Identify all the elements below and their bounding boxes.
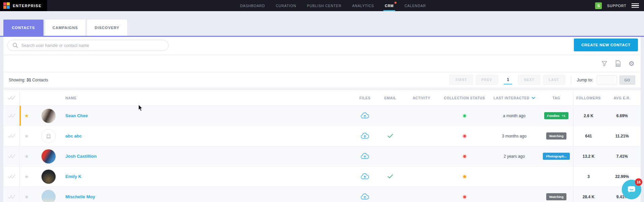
tag-badge[interactable]: Watching (546, 193, 566, 200)
showing-count-value: 31 (27, 78, 31, 82)
double-check-icon (7, 113, 16, 119)
collection-status-cell[interactable] (440, 135, 489, 137)
table-row[interactable]: ★ abc abc 3 months ago Watching (3, 126, 641, 146)
column-header-files[interactable]: FILES (352, 96, 378, 100)
pagination-last-button[interactable]: LAST (543, 75, 565, 85)
jump-go-button[interactable]: GO (619, 75, 635, 85)
table-row[interactable]: ★ Emily K 3 22.99% (3, 167, 641, 187)
pagination-first-button[interactable]: FIRST (449, 75, 473, 85)
column-header-collection-status[interactable]: COLLECTION STATUS (440, 96, 489, 100)
select-all-checkbox[interactable] (3, 90, 20, 105)
column-header-avg-er[interactable]: AVG E.R. (604, 96, 641, 100)
pagination-current-page[interactable]: 1 (504, 75, 512, 84)
avatar[interactable] (41, 149, 56, 163)
favorite-star-icon[interactable]: ★ (24, 194, 29, 200)
avatar[interactable] (41, 170, 56, 184)
contacts-panel: CREATE NEW CONTACT csv ⚙ Showing: 31 Con… (3, 37, 641, 202)
contact-name-link[interactable]: abc abc (63, 133, 352, 138)
brand-logo-block[interactable]: ENTERPRISE (0, 0, 47, 11)
collection-status-cell[interactable] (440, 115, 489, 117)
column-header-followers[interactable]: FOLLOWERS (573, 90, 604, 105)
avg-er-value: 6.69% (604, 113, 641, 118)
tag-cell[interactable]: Watching (539, 132, 573, 140)
row-select-checkbox[interactable] (3, 187, 20, 202)
favorite-star-icon[interactable]: ★ (24, 133, 29, 139)
filter-icon[interactable] (601, 60, 608, 67)
nav-right-section: S SUPPORT (595, 0, 644, 11)
pagination-next-button[interactable]: NEXT (518, 75, 540, 85)
support-link[interactable]: SUPPORT (607, 4, 626, 8)
tag-badge[interactable]: Foodies+1 (544, 112, 568, 119)
nav-item-analytics[interactable]: ANALYTICS (347, 0, 380, 11)
last-interacted-value: 3 months ago (489, 134, 539, 138)
files-cell[interactable] (352, 193, 378, 200)
contact-name-link[interactable]: Mischelle Moy (63, 194, 352, 199)
favorite-star-icon[interactable]: ★ (24, 174, 29, 180)
column-header-name[interactable]: NAME (63, 96, 352, 100)
jump-to-input[interactable] (597, 75, 617, 84)
row-select-checkbox[interactable] (3, 167, 20, 186)
files-cell[interactable] (352, 153, 378, 160)
collection-status-cell[interactable] (440, 175, 489, 178)
column-header-activity[interactable]: ACTIVITY (403, 96, 440, 100)
chat-unread-badge: 16 (635, 178, 642, 186)
tag-cell[interactable]: Photograph... (539, 153, 573, 160)
nav-item-dashboard[interactable]: DASHBOARD (235, 0, 270, 11)
table-row[interactable]: ★ Mischelle Moy Watching 28.4 K 9.41% (3, 187, 641, 202)
contact-name-link[interactable]: Sean Chee (63, 113, 352, 118)
column-header-email[interactable]: EMAIL (378, 96, 403, 100)
favorite-star-icon[interactable]: ★ (24, 113, 29, 119)
export-csv-icon[interactable]: csv (615, 60, 621, 67)
files-cell[interactable] (352, 112, 378, 119)
pagination-divider (571, 76, 571, 84)
table-row[interactable]: ★ Josh Castillion 2 years ago Photograph… (3, 146, 641, 167)
favorite-star-icon[interactable]: ★ (24, 153, 29, 159)
avatar-ghost[interactable] (41, 129, 56, 143)
tag-badge[interactable]: Photograph... (543, 153, 569, 160)
column-header-last-interacted[interactable]: LAST INTERACTED (489, 96, 539, 100)
files-cell[interactable] (352, 132, 378, 140)
cloud-upload-icon (360, 153, 370, 160)
avatar[interactable] (41, 109, 56, 123)
sort-desc-chevron-icon (532, 97, 535, 99)
tab-campaigns[interactable]: CAMPAIGNS (45, 20, 85, 36)
nav-item-calendar[interactable]: CALENDAR (399, 0, 432, 11)
chat-widget-button[interactable]: 16 (622, 180, 641, 199)
avg-er-value: 22.99% (604, 174, 641, 179)
followers-value: 3 (573, 167, 604, 186)
tab-discovery[interactable]: DISCOVERY (87, 20, 127, 36)
tag-cell[interactable]: Watching (539, 193, 573, 200)
row-highlight-bar (20, 106, 21, 126)
showing-label: Showing: (9, 78, 25, 82)
pagination-prev-button[interactable]: PREV (475, 75, 498, 85)
column-header-tag[interactable]: TAG (539, 96, 573, 100)
collection-status-cell[interactable] (440, 196, 489, 198)
tag-extra-count: +1 (562, 114, 565, 118)
table-row[interactable]: ★ Sean Chee a month ago Foodies+1 2.6 K … (3, 106, 641, 126)
files-cell[interactable] (352, 173, 378, 180)
showing-count: Showing: 31 Contacts (9, 78, 48, 82)
account-badge[interactable]: S (595, 2, 602, 9)
row-select-checkbox[interactable] (3, 146, 20, 166)
settings-gear-icon[interactable]: ⚙ (628, 60, 635, 67)
collection-status-cell[interactable] (440, 155, 489, 158)
email-cell (378, 174, 403, 179)
status-dot-red-icon (463, 135, 466, 137)
row-select-checkbox[interactable] (3, 126, 20, 146)
row-select-checkbox[interactable] (3, 106, 20, 126)
tab-contacts[interactable]: CONTACTS (3, 20, 43, 36)
contact-name-link[interactable]: Josh Castillion (63, 154, 352, 159)
tag-badge[interactable]: Watching (546, 132, 566, 140)
tag-cell[interactable]: Foodies+1 (539, 112, 573, 119)
nav-item-crm[interactable]: CRM (379, 0, 399, 11)
create-new-contact-button[interactable]: CREATE NEW CONTACT (574, 39, 638, 51)
nav-item-curation[interactable]: CURATION (270, 0, 301, 11)
hamburger-menu-icon[interactable] (632, 3, 639, 8)
followers-value: 28.4 K (573, 187, 604, 202)
nav-item-publish-center[interactable]: PUBLISH CENTER (301, 0, 347, 11)
contact-name-link[interactable]: Emily K (63, 174, 352, 179)
search-input[interactable] (7, 40, 169, 51)
last-interacted-label: LAST INTERACTED (494, 96, 530, 100)
top-navigation: ENTERPRISE DASHBOARD CURATION PUBLISH CE… (0, 0, 644, 11)
avatar[interactable] (41, 190, 56, 202)
